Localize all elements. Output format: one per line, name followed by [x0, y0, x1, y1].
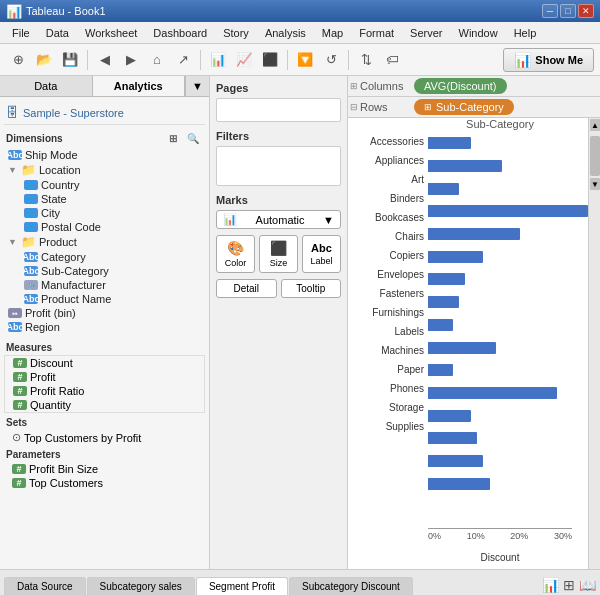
- add-sheet-icon[interactable]: 📊: [542, 577, 559, 593]
- hash-icon: #: [12, 478, 26, 488]
- marks-color-btn[interactable]: 🎨 Color: [216, 235, 255, 273]
- rows-pill[interactable]: ⊞ Sub-Category: [414, 99, 514, 115]
- close-button[interactable]: ✕: [578, 4, 594, 18]
- marks-detail-btn[interactable]: Detail: [216, 279, 277, 298]
- bar-row[interactable]: [428, 200, 588, 223]
- tab-subcategory-discount[interactable]: Subcategory Discount: [289, 577, 413, 595]
- measure-quantity[interactable]: # Quantity: [5, 398, 204, 412]
- marks-tooltip-btn[interactable]: Tooltip: [281, 279, 342, 298]
- dim-product-folder[interactable]: ▼ 📁 Product: [4, 234, 205, 250]
- bar-row[interactable]: [428, 427, 588, 450]
- toolbar-new[interactable]: ⊕: [6, 48, 30, 72]
- set-top-customers[interactable]: ⊙ Top Customers by Profit: [4, 430, 205, 445]
- bar-row[interactable]: [428, 314, 588, 337]
- toolbar-save[interactable]: 💾: [58, 48, 82, 72]
- dim-postal-code[interactable]: 🌐 Postal Code: [4, 220, 205, 234]
- dim-ship-mode[interactable]: Abc Ship Mode: [4, 148, 205, 162]
- toolbar-forward[interactable]: ▶: [119, 48, 143, 72]
- measure-profit[interactable]: # Profit: [5, 370, 204, 384]
- bar-row[interactable]: [428, 155, 588, 178]
- dim-category[interactable]: Abc Category: [4, 250, 205, 264]
- toolbar-filter[interactable]: 🔽: [293, 48, 317, 72]
- toolbar-back[interactable]: ◀: [93, 48, 117, 72]
- measure-profit-ratio[interactable]: # Profit Ratio: [5, 384, 204, 398]
- tab-segment-profit[interactable]: Segment Profit: [196, 577, 288, 595]
- toolbar-refresh[interactable]: ↺: [319, 48, 343, 72]
- minimize-button[interactable]: ─: [542, 4, 558, 18]
- dim-sub-category[interactable]: Abc Sub-Category: [4, 264, 205, 278]
- menu-dashboard[interactable]: Dashboard: [145, 25, 215, 41]
- menu-format[interactable]: Format: [351, 25, 402, 41]
- param-profit-bin-size[interactable]: # Profit Bin Size: [4, 462, 205, 476]
- dim-profit-bin[interactable]: ▪▪ Profit (bin): [4, 306, 205, 320]
- dim-region[interactable]: Abc Region: [4, 320, 205, 334]
- bar-row[interactable]: [428, 336, 588, 359]
- toolbar-open[interactable]: 📂: [32, 48, 56, 72]
- geo-icon: 🌐: [24, 194, 38, 204]
- marks-type-select[interactable]: 📊 Automatic ▼: [216, 210, 341, 229]
- measure-discount[interactable]: # Discount: [5, 356, 204, 370]
- param-top-customers[interactable]: # Top Customers: [4, 476, 205, 490]
- menu-help[interactable]: Help: [506, 25, 545, 41]
- filters-box[interactable]: [216, 146, 341, 186]
- add-story-icon[interactable]: 📖: [579, 577, 596, 593]
- tab-data[interactable]: Data: [0, 76, 93, 96]
- menu-file[interactable]: File: [4, 25, 38, 41]
- bar-row[interactable]: [428, 268, 588, 291]
- bar-row[interactable]: [428, 404, 588, 427]
- dimensions-search[interactable]: 🔍: [183, 131, 203, 146]
- bar-row[interactable]: [428, 132, 588, 155]
- menu-data[interactable]: Data: [38, 25, 77, 41]
- bar: [428, 296, 459, 308]
- dim-location-folder[interactable]: ▼ 📁 Location: [4, 162, 205, 178]
- columns-pill[interactable]: AVG(Discount): [414, 78, 507, 94]
- toolbar-chart3[interactable]: ⬛: [258, 48, 282, 72]
- filters-label: Filters: [216, 130, 341, 142]
- scroll-thumb[interactable]: [590, 136, 600, 176]
- tab-data-source[interactable]: Data Source: [4, 577, 86, 595]
- pages-box[interactable]: [216, 98, 341, 122]
- marks-size-btn[interactable]: ⬛ Size: [259, 235, 298, 273]
- dimensions-grid-view[interactable]: ⊞: [165, 131, 181, 146]
- bar-row[interactable]: [428, 291, 588, 314]
- toolbar-chart1[interactable]: 📊: [206, 48, 230, 72]
- hash-icon: #: [13, 372, 27, 382]
- bar-row[interactable]: [428, 223, 588, 246]
- dim-state[interactable]: 🌐 State: [4, 192, 205, 206]
- bar-row[interactable]: [428, 177, 588, 200]
- y-label: Storage: [389, 398, 424, 417]
- maximize-button[interactable]: □: [560, 4, 576, 18]
- menu-window[interactable]: Window: [451, 25, 506, 41]
- scroll-up-btn[interactable]: ▲: [590, 119, 600, 131]
- bar-row[interactable]: [428, 472, 588, 495]
- scroll-down-btn[interactable]: ▼: [590, 178, 600, 190]
- panel-menu-button[interactable]: ▼: [185, 76, 209, 96]
- menu-story[interactable]: Story: [215, 25, 257, 41]
- bar-row[interactable]: [428, 359, 588, 382]
- marks-label-btn[interactable]: Abc Label: [302, 235, 341, 273]
- x-axis: 0%10%20%30%: [428, 528, 572, 541]
- datasource-row[interactable]: 🗄 Sample - Superstore: [4, 101, 205, 125]
- bar-row[interactable]: [428, 382, 588, 405]
- menu-worksheet[interactable]: Worksheet: [77, 25, 145, 41]
- toolbar-label[interactable]: 🏷: [380, 48, 404, 72]
- tab-subcategory-sales[interactable]: Subcategory sales: [87, 577, 195, 595]
- toolbar-chart2[interactable]: 📈: [232, 48, 256, 72]
- toolbar-sort[interactable]: ⇅: [354, 48, 378, 72]
- toolbar-export[interactable]: ↗: [171, 48, 195, 72]
- bar-row[interactable]: [428, 450, 588, 473]
- dim-country[interactable]: 🌐 Country: [4, 178, 205, 192]
- menu-map[interactable]: Map: [314, 25, 351, 41]
- bar-row[interactable]: [428, 245, 588, 268]
- add-dashboard-icon[interactable]: ⊞: [563, 577, 575, 593]
- menu-analysis[interactable]: Analysis: [257, 25, 314, 41]
- marks-bar-icon: 📊: [223, 213, 237, 226]
- dim-city[interactable]: 🌐 City: [4, 206, 205, 220]
- dim-product-name[interactable]: Abc Product Name: [4, 292, 205, 306]
- dim-manufacturer[interactable]: 🔗 Manufacturer: [4, 278, 205, 292]
- tab-analytics[interactable]: Analytics: [93, 76, 186, 96]
- scroll-track[interactable]: ▲ ▼: [588, 118, 600, 569]
- show-me-button[interactable]: 📊 Show Me: [503, 48, 594, 72]
- menu-server[interactable]: Server: [402, 25, 450, 41]
- toolbar-home[interactable]: ⌂: [145, 48, 169, 72]
